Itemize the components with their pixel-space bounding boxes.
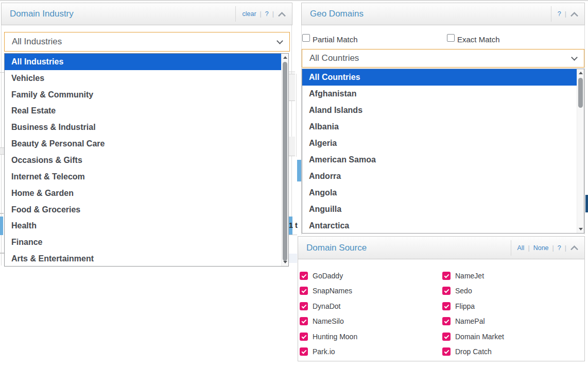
source-item-dynadot[interactable]: DynaDot	[300, 302, 340, 310]
country-dropdown-list: All Countries Afghanistan Aland Islands …	[302, 69, 584, 234]
checkmark-icon	[444, 349, 449, 354]
checked-checkbox[interactable]	[300, 287, 308, 295]
collapse-panel-chevron-icon[interactable]	[570, 245, 578, 251]
background-line-fragment	[0, 213, 4, 214]
source-label: GoDaddy	[313, 272, 343, 280]
country-option[interactable]: American Samoa	[302, 152, 577, 168]
help-link[interactable]: ?	[265, 10, 269, 18]
source-item-flippa[interactable]: Flippa	[442, 302, 475, 310]
industry-option[interactable]: Real Estate	[5, 103, 281, 120]
domain-industry-panel-header: Domain Industry clear | ? |	[1, 3, 292, 25]
industry-select-value: All Industries	[12, 37, 62, 47]
separator: |	[565, 10, 566, 18]
checked-checkbox[interactable]	[300, 347, 308, 356]
industry-option[interactable]: Health	[5, 218, 281, 234]
source-label: Flippa	[455, 302, 475, 310]
industry-option[interactable]: Vehicles	[5, 70, 281, 87]
country-option[interactable]: Afghanistan	[302, 86, 577, 102]
checked-checkbox[interactable]	[300, 302, 308, 310]
collapse-panel-chevron-icon[interactable]	[570, 11, 578, 17]
country-options: All Countries Afghanistan Aland Islands …	[302, 69, 577, 233]
country-option[interactable]: Algeria	[302, 135, 577, 152]
help-link[interactable]: ?	[558, 244, 561, 252]
checked-checkbox[interactable]	[300, 333, 308, 341]
industry-option[interactable]: Family & Community	[5, 87, 281, 103]
geo-domains-panel-header: Geo Domains ? |	[301, 3, 585, 25]
country-option[interactable]: All Countries	[302, 69, 577, 86]
geo-domains-title: Geo Domains	[310, 9, 364, 19]
select-all-link[interactable]: All	[517, 244, 525, 252]
background-box-fragment	[289, 254, 297, 263]
source-label: Domain Market	[455, 333, 504, 341]
checked-checkbox[interactable]	[442, 302, 451, 310]
collapse-panel-chevron-icon[interactable]	[278, 11, 286, 17]
checked-checkbox[interactable]	[442, 347, 451, 356]
help-link[interactable]: ?	[558, 10, 561, 18]
background-line-fragment	[0, 253, 4, 254]
checked-checkbox[interactable]	[442, 333, 451, 341]
domain-industry-title: Domain Industry	[10, 9, 74, 19]
scrollbar-thumb[interactable]	[283, 62, 287, 261]
source-item-parkio[interactable]: Park.io	[300, 347, 335, 356]
country-option[interactable]: Anguilla	[302, 201, 577, 218]
clear-link[interactable]: clear	[242, 10, 256, 18]
country-option[interactable]: Albania	[302, 119, 577, 135]
source-item-domain-market[interactable]: Domain Market	[442, 333, 504, 341]
industry-option[interactable]: Finance	[5, 234, 281, 251]
checkmark-icon	[301, 303, 306, 308]
industry-option[interactable]: Arts & Entertainment	[5, 251, 281, 267]
industry-option[interactable]: Beauty & Personal Care	[5, 136, 281, 152]
checked-checkbox[interactable]	[442, 272, 451, 280]
scrollbar-thumb[interactable]	[578, 78, 583, 108]
scroll-up-icon[interactable]	[577, 70, 584, 76]
separator: |	[552, 244, 554, 252]
select-none-link[interactable]: None	[533, 244, 549, 252]
checked-checkbox[interactable]	[442, 317, 451, 325]
industry-option[interactable]: Home & Garden	[5, 185, 281, 202]
scroll-down-icon[interactable]	[282, 259, 288, 266]
source-item-namejet[interactable]: NameJet	[442, 272, 484, 280]
country-option[interactable]: Aland Islands	[302, 102, 577, 119]
industry-select[interactable]: All Industries	[4, 32, 290, 52]
background-line-fragment	[0, 72, 4, 73]
scroll-up-icon[interactable]	[282, 54, 288, 61]
source-item-drop-catch[interactable]: Drop Catch	[442, 347, 492, 356]
source-item-hunting-moon[interactable]: Hunting Moon	[300, 333, 357, 341]
background-right-panel-border	[291, 25, 292, 235]
industry-scrollbar[interactable]	[281, 54, 288, 266]
source-item-namepal[interactable]: NamePal	[442, 317, 485, 325]
industry-option[interactable]: Occasions & Gifts	[5, 152, 281, 169]
checkmark-icon	[301, 349, 306, 354]
chevron-down-icon	[571, 54, 578, 61]
country-scrollbar[interactable]	[577, 69, 584, 233]
domain-source-panel: Domain Source All | None | ? | GoDaddy S…	[298, 236, 585, 361]
source-item-namesilo[interactable]: NameSilo	[300, 317, 344, 325]
industry-option[interactable]: Business & Industrial	[5, 119, 281, 136]
source-label: SnapNames	[313, 287, 352, 295]
geo-domains-header-controls: ? |	[551, 6, 578, 22]
industry-options: All Industries Vehicles Family & Communi…	[5, 54, 281, 266]
scroll-down-icon[interactable]	[577, 226, 584, 233]
exact-match-checkbox[interactable]	[447, 34, 455, 42]
checked-checkbox[interactable]	[300, 317, 308, 325]
industry-option[interactable]: All Industries	[5, 54, 281, 70]
source-item-godaddy[interactable]: GoDaddy	[300, 272, 343, 280]
domain-source-title: Domain Source	[306, 243, 367, 253]
partial-match-checkbox[interactable]	[302, 34, 310, 42]
separator: |	[528, 244, 529, 252]
separator: |	[565, 244, 566, 252]
country-option[interactable]: Andorra	[302, 168, 577, 185]
country-option[interactable]: Angola	[302, 185, 577, 201]
checked-checkbox[interactable]	[300, 272, 308, 280]
source-item-snapnames[interactable]: SnapNames	[300, 287, 352, 295]
source-label: Sedo	[455, 287, 472, 295]
checked-checkbox[interactable]	[442, 287, 451, 295]
source-item-sedo[interactable]: Sedo	[442, 287, 472, 295]
industry-option[interactable]: Food & Groceries	[5, 202, 281, 218]
country-select[interactable]: All Countries	[302, 49, 584, 68]
checkmark-icon	[301, 334, 306, 339]
country-option[interactable]: Antarctica	[302, 218, 577, 234]
checkmark-icon	[301, 318, 306, 323]
industry-option[interactable]: Internet & Telecom	[5, 169, 281, 185]
checkmark-icon	[444, 303, 449, 308]
